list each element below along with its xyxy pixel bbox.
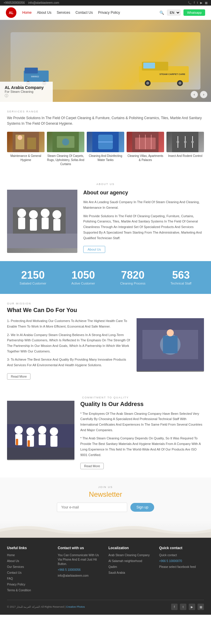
instagram-icon[interactable]: ▦: [205, 1, 207, 4]
footer-localization: Localization Arab Steam Cleaning Company…: [108, 546, 153, 594]
quality-para2: * The Arab Steam Cleaning Company Depend…: [80, 436, 204, 458]
signup-button[interactable]: Sign up: [130, 503, 154, 512]
svg-text:AL: AL: [9, 11, 13, 15]
footer-contact-title: Contact with us: [58, 546, 103, 550]
footer-contact: Contact with us You Can Communicate With…: [58, 546, 103, 594]
credits-link[interactable]: Creative Photos: [66, 605, 85, 608]
quality-section: Commitment To Quality Quality Is Our: [0, 388, 211, 478]
svg-point-36: [191, 141, 194, 143]
footer-instagram-icon[interactable]: ▦: [198, 604, 204, 610]
service-image-2: [47, 132, 84, 152]
top-bar-contact: +966530000056 info@alarbiasteem.com: [4, 1, 59, 4]
nav-about[interactable]: About Us: [37, 11, 51, 15]
about-tag: ABOUT US: [7, 183, 204, 186]
hero-section: STEAM CARPET CARE 9999922 AL Arabia Comp…: [0, 20, 211, 102]
nav-services[interactable]: Services: [57, 11, 70, 15]
svg-rect-64: [50, 436, 57, 447]
footer-link-about[interactable]: About Us: [7, 559, 52, 563]
footer-youtube-icon[interactable]: ▶: [189, 604, 195, 610]
svg-rect-17: [27, 138, 36, 149]
next-arrow[interactable]: ›: [200, 91, 207, 98]
service-label-1: Maintenance & General Hygiene: [7, 154, 45, 162]
svg-point-7: [178, 82, 181, 85]
footer-useful-links-title: Useful links: [7, 546, 52, 550]
mission-point-2: 2- We In Al Arabia Company Steam Cleanin…: [7, 332, 131, 354]
svg-point-45: [52, 210, 61, 219]
nav-contact[interactable]: Contact Us: [75, 11, 93, 15]
svg-rect-46: [53, 219, 60, 231]
footer-quick-label: Quick contact: [159, 553, 204, 557]
service-label-3: Cleaning And Disinfecting Water Tanks: [87, 154, 124, 162]
svg-point-5: [146, 82, 149, 85]
youtube-icon[interactable]: ▶: [200, 1, 203, 4]
mission-point-3: 3- To Achieve The Best Service And Quali…: [7, 357, 131, 368]
quality-tag: Commitment To Quality: [7, 396, 204, 399]
quality-read-more-button[interactable]: Read More: [80, 463, 104, 469]
quality-image: [7, 401, 74, 460]
stat-label-4: Technical Staff: [171, 282, 191, 285]
footer-quick-contact-title: Quick contact: [159, 546, 204, 550]
footer-link-faq[interactable]: FAQ: [7, 576, 52, 581]
site-logo: AL: [6, 7, 16, 18]
stat-label-1: Satiated Customer: [20, 282, 46, 285]
footer-useful-links: Useful links Home About Us Our Services …: [7, 546, 52, 594]
footer-link-privacy[interactable]: Privacy Policy: [7, 582, 52, 587]
footer-twitter-icon[interactable]: t: [180, 604, 186, 610]
phone-number[interactable]: +966530000056: [4, 1, 25, 4]
footer-contact-phone[interactable]: +966 5 10000056: [58, 568, 103, 572]
nav-home[interactable]: Home: [22, 11, 32, 15]
facebook-icon[interactable]: f: [194, 1, 195, 4]
footer-link-contact[interactable]: Contact Us: [7, 571, 52, 575]
svg-rect-40: [18, 217, 25, 229]
mission-title: What We Can Do For You: [7, 307, 204, 314]
prev-arrow[interactable]: ‹: [190, 91, 198, 98]
nav-right: 🔍 EN AR Whatsapp: [159, 9, 205, 16]
footer-contact-email[interactable]: info@alarbiasteem.com: [58, 573, 103, 578]
whatsapp-icon[interactable]: 📞: [188, 1, 191, 4]
footer-loc-line2: Al Salamah neighborhood: [108, 559, 153, 563]
service-card-2: Steam Cleaning Of Carpets, Rugs, Upholst…: [47, 132, 84, 166]
svg-rect-60: [28, 440, 30, 447]
whatsapp-button[interactable]: Whatsapp: [183, 9, 205, 16]
footer-link-services[interactable]: Our Services: [7, 565, 52, 569]
services-section: SERVICES RANGE We Provide Solutions In T…: [0, 102, 211, 174]
mission-read-more-button[interactable]: Read More: [7, 373, 30, 380]
quality-title: Quality Is Our Address: [80, 401, 204, 407]
service-card-4: Cleaning Villas, Apartments & Palaces: [127, 132, 164, 166]
footer-facebook-icon[interactable]: f: [171, 604, 178, 610]
email-address[interactable]: info@alarbiasteem.com: [28, 1, 59, 4]
svg-rect-11: [25, 68, 38, 73]
email-input[interactable]: [57, 503, 127, 512]
hero-caption: AL Arabia Company For Steam Cleaning ⓘ: [0, 82, 53, 102]
nav-privacy[interactable]: Privacy Policy: [98, 11, 120, 15]
svg-point-21: [62, 138, 69, 145]
svg-rect-62: [39, 434, 46, 445]
service-label-2: Steam Cleaning Of Carpets, Rugs, Upholst…: [47, 154, 84, 166]
service-image-4: [127, 132, 164, 152]
footer-social-icons: f t ▶ ▦: [171, 604, 204, 610]
stat-active: 1050 Active Customer: [72, 270, 95, 285]
about-button[interactable]: About Us: [83, 246, 105, 253]
service-image-3: [87, 132, 124, 152]
footer: Useful links Home About Us Our Services …: [0, 538, 211, 615]
service-image-1: [7, 132, 45, 152]
footer-link-terms[interactable]: Terms & Condition: [7, 588, 52, 592]
svg-rect-57: [16, 439, 18, 445]
footer-quick-phone[interactable]: +966 5 10000070: [159, 559, 204, 563]
service-card-3: Cleaning And Disinfecting Water Tanks: [87, 132, 124, 166]
about-image: [7, 190, 77, 253]
language-selector[interactable]: EN AR: [167, 10, 181, 16]
svg-point-63: [50, 427, 58, 436]
newsletter-tag: JOIN US: [7, 486, 204, 489]
footer-link-home[interactable]: Home: [7, 553, 52, 557]
twitter-icon[interactable]: t: [197, 1, 198, 4]
search-icon[interactable]: 🔍: [159, 11, 164, 15]
service-label-4: Cleaning Villas, Apartments & Palaces: [127, 154, 164, 162]
svg-point-34: [177, 141, 179, 143]
about-inner: About our agency We Are A Leading Saudi …: [7, 190, 204, 253]
stat-label-2: Active Customer: [72, 282, 95, 285]
footer-loc-line1: Arab Steam Cleaning Company: [108, 553, 153, 557]
newsletter-title: Newsletter: [7, 490, 204, 499]
footer-quick-contact: Quick contact Quick contact +966 5 10000…: [159, 546, 204, 594]
svg-point-35: [184, 141, 186, 143]
